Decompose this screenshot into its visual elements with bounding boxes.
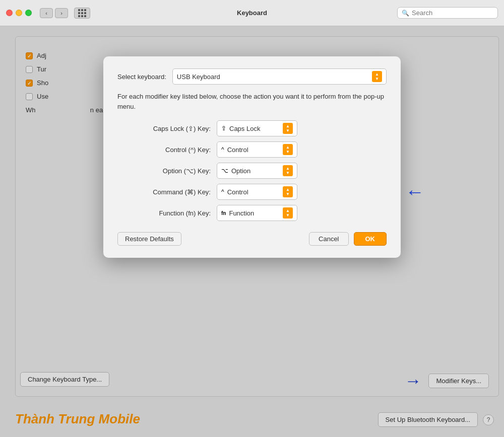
close-button[interactable]: [6, 10, 13, 16]
caps-lock-row: Caps Lock (⇪) Key: ⇪ Caps Lock ▲ ▼: [117, 120, 387, 136]
main-content: Adj Tur Sho Use Wh n each key. Change Ke…: [0, 26, 504, 437]
select-arrows-icon: ▲ ▼: [372, 71, 382, 82]
grid-icon: [78, 9, 86, 17]
back-button[interactable]: ‹: [40, 8, 53, 18]
window-title: Keyboard: [237, 9, 267, 17]
option-select[interactable]: ⌥ Option ▲ ▼: [217, 163, 297, 179]
command-icon: ^: [221, 188, 224, 195]
blue-arrow-annotation: ←: [405, 181, 424, 203]
caps-lock-label: Caps Lock (⇪) Key:: [117, 125, 211, 132]
ok-button[interactable]: OK: [354, 232, 387, 246]
forward-button[interactable]: ›: [55, 8, 68, 18]
control-select[interactable]: ^ Control ▲ ▼: [217, 141, 297, 158]
option-arrows: ▲ ▼: [283, 165, 293, 176]
function-select[interactable]: fn Function ▲ ▼: [217, 205, 297, 221]
dialog-buttons: Restore Defaults Cancel OK: [117, 232, 387, 246]
nav-buttons: ‹ ›: [40, 8, 68, 18]
select-keyboard-row: Select keyboard: USB Keyboard ▲ ▼: [117, 68, 387, 85]
maximize-button[interactable]: [25, 10, 32, 16]
grid-view-button[interactable]: [74, 8, 90, 19]
traffic-lights: [6, 10, 32, 16]
control-icon: ^: [221, 146, 224, 153]
cancel-button[interactable]: Cancel: [309, 232, 348, 246]
dialog-description: For each modifier key listed below, choo…: [117, 92, 387, 111]
arrow-up-icon: ▲: [375, 72, 379, 77]
command-row: Command (⌘) Key: ^ Control ▲ ▼ ←: [117, 184, 387, 200]
keyboard-select-value: USB Keyboard: [177, 73, 369, 81]
modifier-rows: Caps Lock (⇪) Key: ⇪ Caps Lock ▲ ▼ Contr…: [117, 120, 387, 221]
control-value: Control: [227, 146, 280, 154]
search-icon: 🔍: [402, 10, 409, 17]
option-value: Option: [231, 167, 280, 175]
function-icon: fn: [221, 210, 226, 216]
keyboard-select[interactable]: USB Keyboard ▲ ▼: [172, 68, 387, 85]
restore-defaults-button[interactable]: Restore Defaults: [117, 232, 181, 246]
search-input[interactable]: [412, 9, 493, 17]
minimize-button[interactable]: [16, 10, 22, 16]
control-row: Control (^) Key: ^ Control ▲ ▼: [117, 141, 387, 158]
function-value: Function: [229, 209, 280, 217]
caps-lock-value: Caps Lock: [229, 125, 280, 132]
command-label: Command (⌘) Key:: [117, 188, 211, 196]
function-arrows: ▲ ▼: [283, 207, 293, 218]
function-label: Function (fn) Key:: [117, 209, 211, 217]
control-label: Control (^) Key:: [117, 146, 211, 154]
command-value: Control: [227, 188, 280, 196]
option-label: Option (⌥) Key:: [117, 167, 211, 175]
caps-lock-arrows: ▲ ▼: [283, 123, 293, 134]
caps-lock-select[interactable]: ⇪ Caps Lock ▲ ▼: [217, 120, 297, 136]
caps-lock-icon: ⇪: [221, 125, 226, 132]
select-keyboard-label: Select keyboard:: [117, 73, 166, 81]
title-bar: ‹ › Keyboard 🔍: [0, 0, 504, 26]
function-row: Function (fn) Key: fn Function ▲ ▼: [117, 205, 387, 221]
control-arrows: ▲ ▼: [283, 144, 293, 155]
arrow-down-icon: ▼: [375, 77, 379, 81]
dialog-overlay: Select keyboard: USB Keyboard ▲ ▼ For ea…: [0, 26, 504, 437]
option-icon: ⌥: [221, 167, 228, 174]
search-bar[interactable]: 🔍: [397, 7, 498, 19]
modifier-keys-dialog: Select keyboard: USB Keyboard ▲ ▼ For ea…: [103, 56, 401, 258]
dialog-right-buttons: Cancel OK: [309, 232, 387, 246]
command-select[interactable]: ^ Control ▲ ▼: [217, 184, 297, 200]
command-arrows: ▲ ▼: [283, 186, 293, 197]
option-row: Option (⌥) Key: ⌥ Option ▲ ▼: [117, 163, 387, 179]
